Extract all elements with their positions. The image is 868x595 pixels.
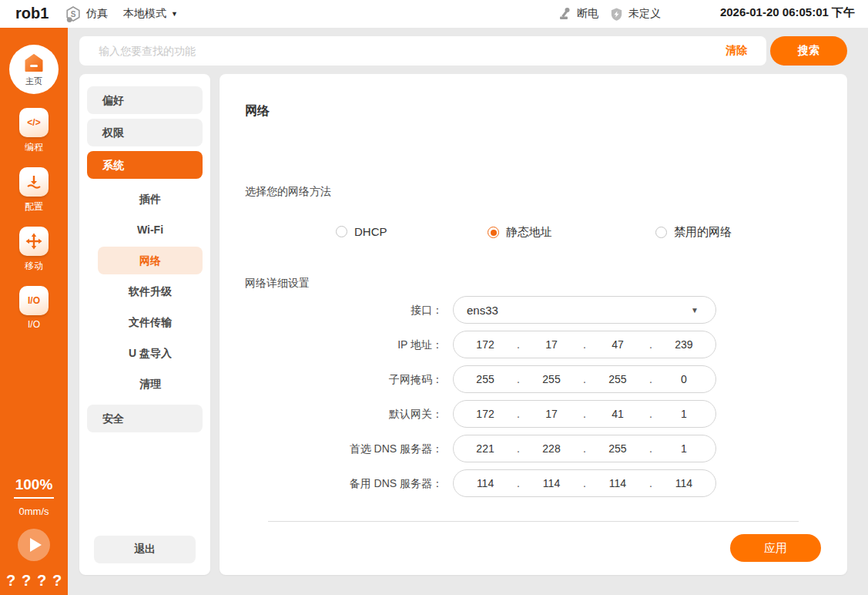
datetime-display: 2026-01-20 06:05:01 下午 <box>720 5 855 20</box>
radio-icon <box>336 226 347 237</box>
subnet-mask-field[interactable]: 255 . 255 . 255 . 0 <box>453 365 716 393</box>
speed-value: 0mm/s <box>0 506 68 517</box>
menu-item-preferences[interactable]: 偏好 <box>87 86 203 114</box>
preferred-dns-row: 首选 DNS 服务器： 221 . 228 . 255 . 1 <box>220 435 847 462</box>
interface-select[interactable]: ens33 ▼ <box>453 296 716 324</box>
form-divider <box>268 521 799 522</box>
alternate-dns-field[interactable]: 114 . 114 . 114 . 114 <box>453 469 716 497</box>
interface-selected-value: ens33 <box>454 304 691 317</box>
top-bar: rob1 S 仿真 本地模式 ▼ 断电 <box>0 0 868 28</box>
octet-input[interactable]: 1 <box>652 408 716 420</box>
octet-input[interactable]: 255 <box>520 373 583 385</box>
ip-address-row: IP 地址： 172 . 17 . 47 . 239 <box>220 331 847 358</box>
octet-input[interactable]: 221 <box>454 442 517 455</box>
missing-icon-glyph[interactable]: ? <box>22 572 31 590</box>
config-icon <box>19 167 49 197</box>
app-screen: rob1 S 仿真 本地模式 ▼ 断电 <box>0 0 868 595</box>
octet-input[interactable]: 0 <box>652 373 716 385</box>
radio-label: 禁用的网络 <box>674 225 732 240</box>
io-icon: I/O <box>19 286 49 315</box>
menu-item-security[interactable]: 安全 <box>87 405 203 432</box>
menu-item-plugins[interactable]: 插件 <box>98 185 203 213</box>
octet-input[interactable]: 114 <box>454 477 517 489</box>
network-settings-panel: 网络 选择您的网络方法 DHCP 静态地址 禁用的网络 网络详细设置 接口： e… <box>220 74 847 575</box>
main-sidebar: 主页 </> 编程 配置 <box>0 28 68 595</box>
octet-input[interactable]: 255 <box>454 373 517 385</box>
exit-button[interactable]: 退出 <box>94 536 196 563</box>
menu-item-file-transfer[interactable]: 文件传输 <box>98 308 203 336</box>
octet-input[interactable]: 239 <box>652 338 716 351</box>
radio-icon <box>488 227 499 238</box>
alternate-dns-row: 备用 DNS 服务器： 114 . 114 . 114 . 114 <box>220 469 847 497</box>
menu-item-network[interactable]: 网络 <box>98 247 203 274</box>
octet-input[interactable]: 114 <box>652 477 716 489</box>
default-gateway-field[interactable]: 172 . 17 . 41 . 1 <box>453 400 716 428</box>
apply-button[interactable]: 应用 <box>730 534 821 562</box>
search-input[interactable] <box>79 45 726 57</box>
octet-input[interactable]: 17 <box>520 408 583 420</box>
mode-selector[interactable]: 本地模式 ▼ <box>123 0 178 28</box>
radio-icon <box>655 227 667 238</box>
octet-input[interactable]: 1 <box>652 442 716 455</box>
field-label: IP 地址： <box>220 331 443 358</box>
radio-dhcp[interactable]: DHCP <box>336 225 387 238</box>
radio-label: DHCP <box>354 225 387 238</box>
sidebar-item-io[interactable]: I/O I/O <box>19 286 49 330</box>
menu-item-wifi[interactable]: Wi-Fi <box>98 216 203 244</box>
code-icon: </> <box>19 108 49 137</box>
octet-input[interactable]: 172 <box>454 338 517 351</box>
simulation-indicator[interactable]: S 仿真 <box>65 0 108 28</box>
sidebar-item-move[interactable]: 移动 <box>19 227 49 273</box>
field-label: 备用 DNS 服务器： <box>220 469 443 497</box>
octet-input[interactable]: 114 <box>586 477 649 489</box>
radio-static-address[interactable]: 静态地址 <box>488 225 552 240</box>
clear-button[interactable]: 清除 <box>726 44 747 58</box>
svg-text:S: S <box>71 10 76 18</box>
simulation-icon: S <box>65 5 82 22</box>
octet-input[interactable]: 114 <box>520 477 583 489</box>
sidebar-item-label: 编程 <box>25 141 43 154</box>
radio-disabled-network[interactable]: 禁用的网络 <box>655 225 732 240</box>
missing-icon-glyph[interactable]: ? <box>37 572 46 590</box>
speed-percentage[interactable]: 100% <box>14 476 55 499</box>
octet-input[interactable]: 228 <box>520 442 583 455</box>
mode-label: 本地模式 <box>123 7 166 21</box>
octet-input[interactable]: 47 <box>586 338 649 351</box>
chevron-down-icon: ▼ <box>171 10 178 18</box>
interface-row: 接口： ens33 ▼ <box>220 296 847 324</box>
ip-address-field[interactable]: 172 . 17 . 47 . 239 <box>453 331 716 358</box>
menu-item-software-upgrade[interactable]: 软件升级 <box>98 277 203 305</box>
sidebar-item-home[interactable]: 主页 <box>9 45 59 94</box>
speed-block: 100% 0mm/s <box>0 476 68 517</box>
page-title: 网络 <box>245 103 270 119</box>
missing-icon-glyph[interactable]: ? <box>52 572 62 590</box>
sidebar-item-configuration[interactable]: 配置 <box>19 167 49 213</box>
octet-input[interactable]: 255 <box>586 373 649 385</box>
field-label: 子网掩码： <box>220 365 443 393</box>
power-status[interactable]: 断电 <box>557 0 598 28</box>
sidebar-item-label: 配置 <box>25 200 43 213</box>
menu-item-system[interactable]: 系统 <box>87 151 203 179</box>
octet-input[interactable]: 255 <box>586 442 649 455</box>
shield-icon <box>609 7 624 22</box>
octet-input[interactable]: 17 <box>520 338 583 351</box>
preferred-dns-field[interactable]: 221 . 228 . 255 . 1 <box>453 435 716 462</box>
octet-input[interactable]: 172 <box>454 408 517 420</box>
sidebar-item-label: 移动 <box>25 260 43 273</box>
app-logo: rob1 <box>15 5 49 22</box>
missing-icon-glyph[interactable]: ? <box>6 572 15 590</box>
move-icon <box>19 227 49 256</box>
play-icon <box>30 538 42 552</box>
octet-input[interactable]: 41 <box>586 408 649 420</box>
safety-status-label: 未定义 <box>628 7 661 21</box>
settings-menu: 偏好 权限 系统 插件 Wi-Fi 网络 软件升级 文件传输 U 盘导入 清理 … <box>79 74 210 575</box>
safety-status[interactable]: 未定义 <box>609 0 661 28</box>
menu-item-permissions[interactable]: 权限 <box>87 119 203 146</box>
search-button[interactable]: 搜索 <box>770 36 847 66</box>
sidebar-item-label: 主页 <box>25 76 42 87</box>
sidebar-item-programming[interactable]: </> 编程 <box>19 108 49 154</box>
menu-item-usb-import[interactable]: U 盘导入 <box>98 339 203 367</box>
field-label: 默认网关： <box>220 400 443 428</box>
menu-item-cleanup[interactable]: 清理 <box>98 370 203 398</box>
play-button[interactable] <box>18 529 50 561</box>
